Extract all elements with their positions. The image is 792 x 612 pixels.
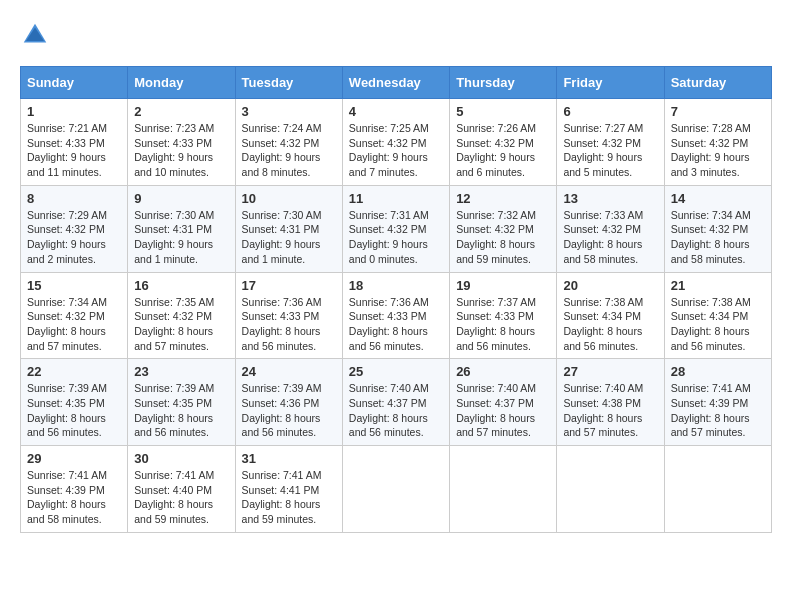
day-cell-12: 12Sunrise: 7:32 AM Sunset: 4:32 PM Dayli… (450, 185, 557, 272)
day-info: Sunrise: 7:37 AM Sunset: 4:33 PM Dayligh… (456, 295, 550, 354)
day-number: 21 (671, 278, 765, 293)
day-number: 26 (456, 364, 550, 379)
day-cell-14: 14Sunrise: 7:34 AM Sunset: 4:32 PM Dayli… (664, 185, 771, 272)
day-cell-10: 10Sunrise: 7:30 AM Sunset: 4:31 PM Dayli… (235, 185, 342, 272)
day-info: Sunrise: 7:31 AM Sunset: 4:32 PM Dayligh… (349, 208, 443, 267)
day-info: Sunrise: 7:40 AM Sunset: 4:38 PM Dayligh… (563, 381, 657, 440)
day-info: Sunrise: 7:41 AM Sunset: 4:41 PM Dayligh… (242, 468, 336, 527)
calendar-header-row: SundayMondayTuesdayWednesdayThursdayFrid… (21, 67, 772, 99)
day-number: 10 (242, 191, 336, 206)
day-number: 30 (134, 451, 228, 466)
day-number: 6 (563, 104, 657, 119)
col-header-sunday: Sunday (21, 67, 128, 99)
day-info: Sunrise: 7:25 AM Sunset: 4:32 PM Dayligh… (349, 121, 443, 180)
day-info: Sunrise: 7:40 AM Sunset: 4:37 PM Dayligh… (456, 381, 550, 440)
day-number: 3 (242, 104, 336, 119)
day-number: 9 (134, 191, 228, 206)
day-number: 19 (456, 278, 550, 293)
col-header-wednesday: Wednesday (342, 67, 449, 99)
day-cell-20: 20Sunrise: 7:38 AM Sunset: 4:34 PM Dayli… (557, 272, 664, 359)
day-info: Sunrise: 7:30 AM Sunset: 4:31 PM Dayligh… (242, 208, 336, 267)
day-info: Sunrise: 7:40 AM Sunset: 4:37 PM Dayligh… (349, 381, 443, 440)
day-number: 17 (242, 278, 336, 293)
day-cell-29: 29Sunrise: 7:41 AM Sunset: 4:39 PM Dayli… (21, 446, 128, 533)
day-cell-16: 16Sunrise: 7:35 AM Sunset: 4:32 PM Dayli… (128, 272, 235, 359)
day-cell-31: 31Sunrise: 7:41 AM Sunset: 4:41 PM Dayli… (235, 446, 342, 533)
day-number: 5 (456, 104, 550, 119)
day-cell-7: 7Sunrise: 7:28 AM Sunset: 4:32 PM Daylig… (664, 99, 771, 186)
day-cell-15: 15Sunrise: 7:34 AM Sunset: 4:32 PM Dayli… (21, 272, 128, 359)
col-header-saturday: Saturday (664, 67, 771, 99)
day-cell-28: 28Sunrise: 7:41 AM Sunset: 4:39 PM Dayli… (664, 359, 771, 446)
day-number: 1 (27, 104, 121, 119)
day-cell-23: 23Sunrise: 7:39 AM Sunset: 4:35 PM Dayli… (128, 359, 235, 446)
day-number: 28 (671, 364, 765, 379)
day-info: Sunrise: 7:38 AM Sunset: 4:34 PM Dayligh… (671, 295, 765, 354)
empty-cell (342, 446, 449, 533)
day-info: Sunrise: 7:26 AM Sunset: 4:32 PM Dayligh… (456, 121, 550, 180)
day-info: Sunrise: 7:34 AM Sunset: 4:32 PM Dayligh… (27, 295, 121, 354)
day-number: 23 (134, 364, 228, 379)
col-header-friday: Friday (557, 67, 664, 99)
day-cell-8: 8Sunrise: 7:29 AM Sunset: 4:32 PM Daylig… (21, 185, 128, 272)
day-info: Sunrise: 7:34 AM Sunset: 4:32 PM Dayligh… (671, 208, 765, 267)
day-info: Sunrise: 7:21 AM Sunset: 4:33 PM Dayligh… (27, 121, 121, 180)
logo-icon (20, 20, 50, 50)
day-cell-22: 22Sunrise: 7:39 AM Sunset: 4:35 PM Dayli… (21, 359, 128, 446)
day-cell-6: 6Sunrise: 7:27 AM Sunset: 4:32 PM Daylig… (557, 99, 664, 186)
day-number: 2 (134, 104, 228, 119)
day-cell-18: 18Sunrise: 7:36 AM Sunset: 4:33 PM Dayli… (342, 272, 449, 359)
day-number: 12 (456, 191, 550, 206)
day-info: Sunrise: 7:30 AM Sunset: 4:31 PM Dayligh… (134, 208, 228, 267)
day-info: Sunrise: 7:36 AM Sunset: 4:33 PM Dayligh… (242, 295, 336, 354)
calendar-table: SundayMondayTuesdayWednesdayThursdayFrid… (20, 66, 772, 533)
day-info: Sunrise: 7:38 AM Sunset: 4:34 PM Dayligh… (563, 295, 657, 354)
day-cell-4: 4Sunrise: 7:25 AM Sunset: 4:32 PM Daylig… (342, 99, 449, 186)
day-number: 22 (27, 364, 121, 379)
day-cell-27: 27Sunrise: 7:40 AM Sunset: 4:38 PM Dayli… (557, 359, 664, 446)
day-cell-11: 11Sunrise: 7:31 AM Sunset: 4:32 PM Dayli… (342, 185, 449, 272)
day-number: 31 (242, 451, 336, 466)
day-info: Sunrise: 7:36 AM Sunset: 4:33 PM Dayligh… (349, 295, 443, 354)
day-info: Sunrise: 7:33 AM Sunset: 4:32 PM Dayligh… (563, 208, 657, 267)
day-info: Sunrise: 7:41 AM Sunset: 4:40 PM Dayligh… (134, 468, 228, 527)
day-number: 4 (349, 104, 443, 119)
empty-cell (450, 446, 557, 533)
day-info: Sunrise: 7:35 AM Sunset: 4:32 PM Dayligh… (134, 295, 228, 354)
day-info: Sunrise: 7:39 AM Sunset: 4:36 PM Dayligh… (242, 381, 336, 440)
day-number: 27 (563, 364, 657, 379)
empty-cell (557, 446, 664, 533)
day-cell-17: 17Sunrise: 7:36 AM Sunset: 4:33 PM Dayli… (235, 272, 342, 359)
col-header-thursday: Thursday (450, 67, 557, 99)
col-header-monday: Monday (128, 67, 235, 99)
day-cell-26: 26Sunrise: 7:40 AM Sunset: 4:37 PM Dayli… (450, 359, 557, 446)
col-header-tuesday: Tuesday (235, 67, 342, 99)
day-info: Sunrise: 7:29 AM Sunset: 4:32 PM Dayligh… (27, 208, 121, 267)
day-number: 7 (671, 104, 765, 119)
day-info: Sunrise: 7:24 AM Sunset: 4:32 PM Dayligh… (242, 121, 336, 180)
day-cell-5: 5Sunrise: 7:26 AM Sunset: 4:32 PM Daylig… (450, 99, 557, 186)
day-cell-9: 9Sunrise: 7:30 AM Sunset: 4:31 PM Daylig… (128, 185, 235, 272)
page-header (20, 20, 772, 50)
week-row-1: 1Sunrise: 7:21 AM Sunset: 4:33 PM Daylig… (21, 99, 772, 186)
week-row-4: 22Sunrise: 7:39 AM Sunset: 4:35 PM Dayli… (21, 359, 772, 446)
week-row-5: 29Sunrise: 7:41 AM Sunset: 4:39 PM Dayli… (21, 446, 772, 533)
day-info: Sunrise: 7:41 AM Sunset: 4:39 PM Dayligh… (671, 381, 765, 440)
day-number: 14 (671, 191, 765, 206)
day-info: Sunrise: 7:23 AM Sunset: 4:33 PM Dayligh… (134, 121, 228, 180)
day-info: Sunrise: 7:39 AM Sunset: 4:35 PM Dayligh… (134, 381, 228, 440)
day-info: Sunrise: 7:39 AM Sunset: 4:35 PM Dayligh… (27, 381, 121, 440)
day-cell-19: 19Sunrise: 7:37 AM Sunset: 4:33 PM Dayli… (450, 272, 557, 359)
day-number: 18 (349, 278, 443, 293)
day-number: 11 (349, 191, 443, 206)
day-cell-1: 1Sunrise: 7:21 AM Sunset: 4:33 PM Daylig… (21, 99, 128, 186)
day-number: 8 (27, 191, 121, 206)
day-number: 20 (563, 278, 657, 293)
week-row-2: 8Sunrise: 7:29 AM Sunset: 4:32 PM Daylig… (21, 185, 772, 272)
day-cell-24: 24Sunrise: 7:39 AM Sunset: 4:36 PM Dayli… (235, 359, 342, 446)
day-cell-13: 13Sunrise: 7:33 AM Sunset: 4:32 PM Dayli… (557, 185, 664, 272)
day-info: Sunrise: 7:27 AM Sunset: 4:32 PM Dayligh… (563, 121, 657, 180)
day-number: 25 (349, 364, 443, 379)
day-info: Sunrise: 7:41 AM Sunset: 4:39 PM Dayligh… (27, 468, 121, 527)
day-number: 24 (242, 364, 336, 379)
